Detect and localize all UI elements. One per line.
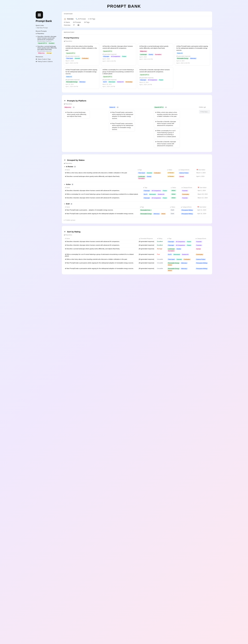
rating-tags-2: Cityscape AI Companions Future <box>166 244 194 247</box>
draft-header-row: Ai Name ⊕ Tags ◎ Status ◈ Category/Genre… <box>64 206 210 208</box>
col-tags: ⊕ Tags <box>137 168 166 171</box>
platform-collapse-arrow[interactable]: ▼ <box>64 100 66 102</box>
card-text-4: ⊕ New PromptCreate a persuasive article … <box>176 45 208 51</box>
recent-prompt-repository[interactable]: ◆ Repository <box>36 33 59 34</box>
rating-val-7: Unusable <box>156 267 166 272</box>
rating-col-generated: ☁ Generated Response <box>138 237 156 240</box>
status-badge-active-1: Active <box>171 190 176 192</box>
card-platform-1: OpenAI GPT-3 <box>66 52 76 54</box>
tab-overview[interactable]: Overview <box>67 18 74 20</box>
active-header[interactable]: ▼ Active 3 <box>64 184 210 185</box>
card-date-5: April 16, 2024 <box>66 84 98 85</box>
rating-tags-1: Cityscape AI Companions Future <box>166 240 194 244</box>
overview-header: OVERVIEW <box>62 12 212 16</box>
card-generated-7: [AI-generated response] <box>139 77 171 78</box>
platform-repo-label: ◆ Repository <box>64 103 210 105</box>
main-content: OVERVIEW 📋 Overview 🔍 All Prompts 🏷 All … <box>62 11 212 276</box>
rating-name-6: ⊕ New PromptCreate a persuasive article … <box>64 261 138 267</box>
openai-badge: OpenAI GPT-3 <box>154 106 164 108</box>
active-status-2: Active <box>170 192 180 196</box>
active-toggle[interactable]: ▼ <box>64 184 65 185</box>
inreview-header[interactable]: ▼ In Review 2 <box>64 166 210 168</box>
count-label-tags: All Tags <box>84 22 89 23</box>
tab-all-tags[interactable]: 🏷 All Tags <box>88 18 95 20</box>
draft-toggle[interactable]: ▼ <box>64 203 65 205</box>
active-header-row: Ai Name ⊕ Tags ◎ Status ◈ Category/Genre… <box>64 186 210 189</box>
draft-date-1: April 14, 2024 <box>196 208 210 212</box>
overview-icon: 📋 <box>64 18 66 20</box>
add-new-prompt-link[interactable]: + Add New Prompt <box>36 27 59 28</box>
tag-surr-2: Surrealism <box>138 178 145 179</box>
rating-row-4: ⊕ Write a screenplay for a sci-fi movie … <box>64 253 210 258</box>
prompt-card-6: ⊕ Write a screenplay for a sci-fi movie … <box>101 67 136 89</box>
status-group-active: ▼ Active 3 Ai Name ⊕ Tags ◎ Status ◈ Cat… <box>64 184 210 200</box>
tag-comp-a3: AI Companions <box>151 197 161 199</box>
inreview-row-1: ⊕ Write a short story about a time-trave… <box>64 171 210 175</box>
sidebar: Prompt Bank Quick Links + Add New Prompt… <box>36 11 59 276</box>
rtag-surr-3: Surrealism <box>167 250 175 252</box>
inreview-table: Ai Name ⊕ Tags ◎ Status ◈ Category/Genre… <box>64 168 210 180</box>
diamond-icon: ◆ <box>36 33 37 34</box>
status-collapse-arrow[interactable]: ▼ <box>64 159 66 161</box>
app-logo: Prompt Bank <box>36 11 59 22</box>
tab-all-prompts[interactable]: 🔍 All Prompts <box>76 18 86 20</box>
active-cat-2: Screenplay <box>180 192 197 196</box>
row-icon-2: ⊕ <box>65 176 66 177</box>
active-row-2: ⊕ Write a screenplay for a sci-fi movie … <box>64 192 210 196</box>
rtag-adv-7: Advocacy <box>180 268 188 270</box>
draft-header[interactable]: ▼ Draft 2 <box>64 203 210 205</box>
tag-renewable-4: Renewable Energy <box>176 58 189 59</box>
tag-astronauts-6: Astronauts <box>108 81 116 83</box>
rtag-fut-2: Future <box>186 244 192 246</box>
overview-count-item: Ai Name <box>64 22 70 23</box>
rtag-tt-5: Time travel <box>167 258 175 260</box>
rating-val-5: Unusable <box>156 258 166 261</box>
midjourney-count: 1 <box>73 106 75 108</box>
rating-val-2: Excellent <box>156 244 166 247</box>
status-panel: ▼ Grouped by Status ◆ Repository ▼ In Re… <box>62 154 212 224</box>
tag-future-7: Future <box>158 79 164 81</box>
rtag-sent-4: Sentient AI <box>181 254 189 255</box>
tag-companions-7: AI Companions <box>147 79 158 81</box>
card-icon-1: ⊕ <box>66 46 67 47</box>
notion-item-icon-2: ⊕ <box>110 122 112 124</box>
rating-guide-link[interactable]: ◉ Rating Guide & Options <box>36 60 59 62</box>
draft-cat-1: Persuasive Writing <box>180 208 196 212</box>
card-tags-5: Renewable Energy Advocacy <box>66 81 98 83</box>
platform-midjourney: Midjourney 1 ⊕ Describe a surreal landsc… <box>64 106 107 118</box>
draft-col-status: ◎ Status <box>169 206 180 208</box>
tag-landscape-3: Landscape <box>139 54 147 55</box>
draft-icon-1: ⊕ <box>65 209 66 211</box>
prompt-card-7: ⊕ Describe a futuristic cityscape where … <box>138 67 173 89</box>
rating-badge-avg-3: Average <box>157 248 162 250</box>
hidden-groups[interactable]: ▸ 5 hidden groups <box>64 219 210 222</box>
card-tags-6: Sci-Fi Astronauts Sentient AI Screenplay <box>103 81 135 83</box>
cat-persw-d1: Persuasive Writing <box>181 209 193 211</box>
ricon-6: ⊕ <box>65 262 66 264</box>
recent-prompt-2[interactable]: ⊕ Describe a surreal landscape where gra… <box>36 46 59 54</box>
rtag-comp-1: AI Companions <box>175 241 186 242</box>
card-platform-4: Notion AI <box>176 52 183 54</box>
openai-item-icon-3: ⊕ <box>155 130 156 132</box>
col-ai-name: Ai Name <box>64 168 137 171</box>
overview-label-val: Overview <box>64 24 70 26</box>
rating-collapse-arrow[interactable]: ▼ <box>64 230 66 233</box>
rating-name-5: ⊕ Write a short story about a time-trave… <box>64 258 138 261</box>
prompt-icon-1: ⊕ <box>36 36 37 37</box>
repository-header: REPOSITORY <box>62 30 212 35</box>
rating-badge-e1: Excellent <box>157 241 163 242</box>
platform-hidden: Hidden gpt ⊘ No Sour... <box>199 106 210 114</box>
count-overview-val: Overview <box>64 24 70 26</box>
inreview-tags-2: Landscape Gravity Surrealism <box>137 175 166 180</box>
rating-cat-4: Screenplay <box>194 253 210 258</box>
card-tags-7: Cityscape AI Companions Future <box>139 79 171 81</box>
status-guide-link[interactable]: ◉ Status Guide & Tags <box>36 58 59 60</box>
prompt-card-3: ⊕ Describe a surreal landscape where gra… <box>138 44 173 66</box>
status-badge-draft-2: Draft <box>170 213 175 214</box>
recent-prompts-title: Recent Prompts <box>36 30 59 32</box>
rtag-civ-5: Civilization <box>183 258 191 260</box>
recent-prompt-1[interactable]: ⊕ Describe a futuristic cityscape where … <box>36 36 59 44</box>
card-tags-3: Landscape Gravity Surrealism <box>139 54 171 56</box>
active-count: 3 <box>71 184 74 185</box>
inreview-toggle[interactable]: ▼ <box>64 166 65 168</box>
